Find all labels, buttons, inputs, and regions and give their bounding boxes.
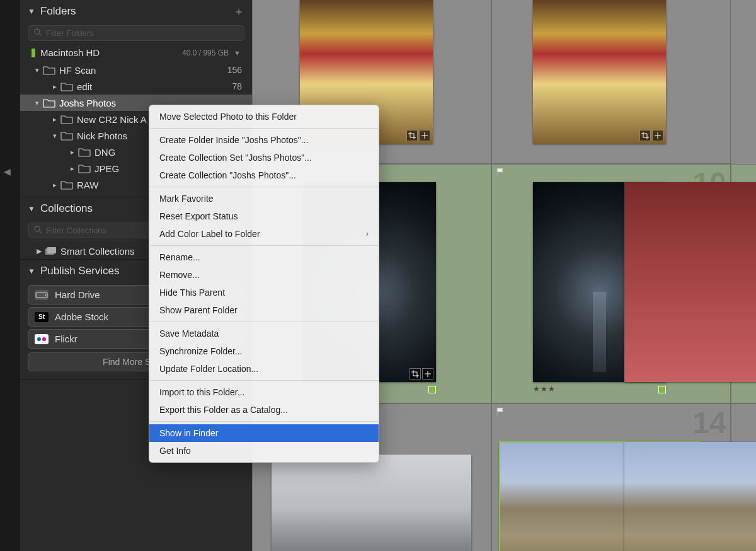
search-icon xyxy=(33,28,42,38)
menu-item-label: Rename... xyxy=(159,251,200,264)
menu-item-label: Synchronize Folder... xyxy=(159,345,243,357)
menu-item-label: Export this Folder as a Catalog... xyxy=(159,403,288,416)
folders-filter-input[interactable] xyxy=(46,28,239,38)
menu-item[interactable]: Save Metadata xyxy=(149,325,379,342)
menu-item-label: Create Collection "Joshs Photos"... xyxy=(159,169,296,182)
grid-cell[interactable]: 15 xyxy=(731,403,756,551)
menu-item-label: Show Parent Folder xyxy=(159,304,238,316)
flickr-icon xyxy=(35,334,49,344)
menu-item[interactable]: Import to this Folder... xyxy=(149,383,379,401)
volume-usage: 40.0 / 995 GB xyxy=(182,49,229,57)
folder-icon xyxy=(60,81,73,91)
svg-point-7 xyxy=(45,294,46,296)
menu-item[interactable]: Hide This Parent xyxy=(149,284,379,301)
adobe-stock-icon: St xyxy=(35,312,49,322)
menu-item[interactable]: Create Collection "Joshs Photos"... xyxy=(149,166,379,184)
hard-drive-icon xyxy=(35,290,49,300)
collection-set-icon xyxy=(45,247,57,256)
menu-separator xyxy=(150,245,378,246)
publish-service-label: Hard Drive xyxy=(55,289,100,300)
rating-stars[interactable]: ★★★ xyxy=(533,385,556,393)
menu-separator xyxy=(150,128,378,129)
menu-item-label: Get Info xyxy=(159,444,191,457)
menu-item[interactable]: Mark Favorite xyxy=(149,190,379,207)
menu-item[interactable]: Get Info xyxy=(149,442,379,460)
disclosure-right-icon[interactable] xyxy=(50,181,59,189)
photo-thumbnail[interactable] xyxy=(624,182,756,382)
menu-item[interactable]: Create Collection Set "Joshs Photos"... xyxy=(149,149,379,166)
menu-separator xyxy=(150,187,378,187)
photo-thumbnail[interactable] xyxy=(624,442,756,551)
menu-item-label: Add Color Label to Folder xyxy=(159,228,260,240)
folder-icon xyxy=(43,98,55,108)
grid-cell[interactable]: 11 xyxy=(731,164,756,403)
disclosure-right-icon[interactable] xyxy=(50,115,59,124)
panel-collapse-chevron[interactable]: ◀ xyxy=(4,166,11,177)
folder-count: 156 xyxy=(227,65,244,75)
volume-menu-icon[interactable]: ▼ xyxy=(234,49,241,57)
folder-name: HF Scan xyxy=(59,65,227,76)
menu-item[interactable]: Add Color Label to Folder› xyxy=(149,225,379,243)
menu-item-label: Save Metadata xyxy=(159,327,219,340)
menu-item[interactable]: Reset Export Status xyxy=(149,207,379,225)
photo-thumbnail[interactable] xyxy=(533,0,666,144)
menu-item[interactable]: Create Folder Inside "Joshs Photos"... xyxy=(149,131,379,149)
menu-item[interactable]: Update Folder Location... xyxy=(149,360,379,378)
search-icon xyxy=(33,225,42,236)
develop-badge-icon[interactable] xyxy=(419,130,430,141)
add-folder-icon[interactable]: ＋ xyxy=(233,4,244,19)
color-label-green[interactable] xyxy=(428,386,436,393)
folders-filter-input-wrapper[interactable] xyxy=(28,25,244,41)
disclosure-down-icon: ▼ xyxy=(28,204,35,213)
menu-item[interactable]: Synchronize Folder... xyxy=(149,342,379,360)
folder-name: edit xyxy=(77,81,232,92)
menu-item[interactable]: Show in Finder xyxy=(149,424,379,442)
menu-item-label: Show in Finder xyxy=(159,427,218,439)
develop-badge-icon[interactable] xyxy=(652,130,663,141)
flag-icon[interactable] xyxy=(496,407,506,417)
folder-icon xyxy=(78,163,91,173)
photo-thumbnail[interactable] xyxy=(272,455,471,551)
svg-rect-5 xyxy=(47,247,56,253)
flag-icon[interactable] xyxy=(496,167,506,177)
smart-collections-label: Smart Collections xyxy=(60,246,135,257)
menu-item-label: Create Folder Inside "Joshs Photos"... xyxy=(159,134,308,146)
disclosure-right-icon[interactable] xyxy=(50,83,59,91)
folder-row[interactable]: edit78 xyxy=(20,78,252,95)
color-label-green[interactable] xyxy=(658,386,666,393)
menu-item-label: Update Folder Location... xyxy=(159,362,258,375)
folder-row[interactable]: HF Scan156 xyxy=(20,62,252,78)
publish-service-label: Adobe Stock xyxy=(55,311,108,322)
folder-icon xyxy=(60,130,73,141)
submenu-chevron-icon: › xyxy=(366,228,369,240)
disclosure-down-icon[interactable] xyxy=(33,66,42,74)
disclosure-right-icon[interactable] xyxy=(68,148,77,156)
menu-item[interactable]: Remove... xyxy=(149,266,379,284)
disclosure-down-icon[interactable] xyxy=(33,99,42,107)
menu-item[interactable]: Show Parent Folder xyxy=(149,301,379,319)
menu-item[interactable]: Export this Folder as a Catalog... xyxy=(149,401,379,419)
menu-item-label: Mark Favorite xyxy=(159,192,214,205)
disclosure-down-icon[interactable] xyxy=(50,132,59,140)
folder-context-menu: Move Selected Photo to this FolderCreate… xyxy=(149,105,379,463)
thumbnail-badges xyxy=(406,130,430,141)
svg-line-3 xyxy=(40,231,42,233)
grid-cell[interactable] xyxy=(491,0,731,164)
folder-icon xyxy=(78,147,91,157)
crop-badge-icon[interactable] xyxy=(406,130,418,141)
svg-line-1 xyxy=(40,34,42,36)
folders-panel-header[interactable]: ▼ Folders ＋ xyxy=(20,0,252,23)
folder-icon xyxy=(43,65,55,75)
crop-badge-icon[interactable] xyxy=(410,368,421,380)
crop-badge-icon[interactable] xyxy=(639,130,651,141)
disclosure-right-icon[interactable] xyxy=(68,165,77,173)
menu-item[interactable]: Move Selected Photo to this Folder xyxy=(149,108,379,125)
volume-indicator-icon xyxy=(32,49,35,57)
menu-item-label: Import to this Folder... xyxy=(159,386,244,398)
volume-row[interactable]: Macintosh HD 40.0 / 995 GB ▼ xyxy=(28,46,244,59)
folder-icon xyxy=(60,114,73,124)
menu-item[interactable]: Rename... xyxy=(149,248,379,266)
menu-item-label: Reset Export Status xyxy=(159,210,238,223)
develop-badge-icon[interactable] xyxy=(422,368,433,380)
thumbnail-badges xyxy=(639,130,663,141)
